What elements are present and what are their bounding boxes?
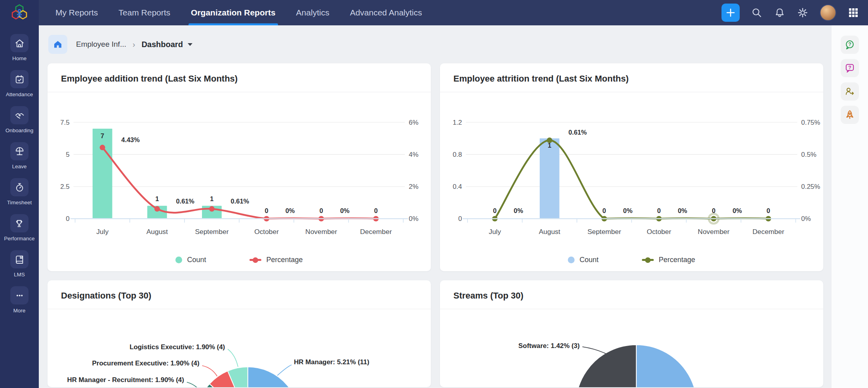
search-button[interactable] (751, 7, 763, 19)
breadcrumb-page-dropdown[interactable]: Dashboard (141, 40, 183, 49)
sidebar-label-attendance: Attendance (6, 91, 33, 97)
svg-text:October: October (254, 228, 279, 236)
svg-text:0: 0 (320, 207, 323, 214)
report-tabs: My Reports Team Reports Organization Rep… (55, 0, 422, 25)
breadcrumb-module[interactable]: Employee Inf... (76, 40, 126, 49)
app-logo[interactable] (0, 0, 39, 25)
svg-text:?: ? (848, 65, 851, 70)
line-marker-July[interactable] (100, 145, 105, 150)
referral-button[interactable] (841, 82, 859, 101)
svg-text:0: 0 (458, 215, 462, 223)
tab-team-reports[interactable]: Team Reports (118, 0, 170, 25)
chart-legend: Count Percentage (48, 256, 431, 264)
settings-button[interactable] (797, 7, 809, 19)
employee-attrition-chart[interactable]: 1.20.75%0.80.5%0.40.25%00%0100000%0.61%0… (440, 103, 823, 249)
tab-organization-reports[interactable]: Organization Reports (191, 0, 276, 25)
sidebar-item-home[interactable]: Home (10, 34, 29, 61)
navbar-actions (721, 4, 868, 22)
pie-label-HR Manager - Recruitment: HR Manager - Recruitment: 1.90% (4) (67, 376, 184, 384)
card-designations: Designations (Top 30) HR Manager: 5.21% … (48, 280, 431, 387)
rocket-icon (844, 109, 855, 120)
pie-slice-HR Manager[interactable] (248, 367, 299, 387)
divider (48, 92, 431, 92)
tab-advanced-analytics[interactable]: Advanced Analytics (350, 0, 422, 25)
bar-August[interactable] (540, 138, 560, 219)
pie-label-Software: Software: 1.42% (3) (518, 342, 580, 350)
pie-label-HR Manager: HR Manager: 5.21% (11) (294, 358, 369, 366)
line-marker-September[interactable] (209, 206, 215, 212)
svg-text:?: ? (848, 42, 851, 47)
svg-text:0: 0 (66, 215, 69, 223)
svg-text:December: December (360, 228, 392, 236)
svg-text:0: 0 (657, 207, 661, 214)
breadcrumb-separator: › (133, 40, 135, 49)
sidebar-item-leave[interactable]: Leave (10, 142, 29, 169)
sidebar-item-performance[interactable]: Performance (4, 214, 34, 242)
sidebar-item-lms[interactable]: LMS (10, 250, 29, 278)
card-employee-addition-trend: Employee addition trend (Last Six Months… (48, 63, 431, 271)
search-icon (751, 7, 762, 18)
apps-launcher-button[interactable] (847, 7, 859, 19)
svg-text:October: October (647, 228, 671, 236)
pie-slice-unlabeled[interactable] (636, 345, 697, 387)
svg-text:7: 7 (101, 132, 104, 139)
bar-July[interactable] (93, 129, 112, 219)
line-marker-August[interactable] (154, 206, 160, 212)
pie-slice-Software[interactable] (576, 345, 636, 387)
svg-text:1: 1 (548, 142, 551, 149)
legend-percentage[interactable]: Percentage (642, 256, 695, 264)
employee-addition-chart[interactable]: 7.56%54%2.52%00%7110004.43%0.61%0.61%0%0… (48, 103, 431, 249)
chevron-down-icon[interactable] (188, 43, 192, 46)
dashboard-grid: Employee addition trend (Last Six Months… (39, 63, 832, 387)
percentage-legend-swatch (249, 259, 261, 261)
svg-text:0%: 0% (409, 215, 418, 223)
legend-count[interactable]: Count (175, 256, 206, 264)
card-streams: Streams (Top 30) Software: 1.42% (3) (440, 280, 823, 387)
svg-text:December: December (752, 228, 784, 236)
svg-text:0.8: 0.8 (453, 151, 462, 158)
legend-count-label: Count (579, 256, 598, 264)
zoho-people-logo-icon (10, 3, 29, 22)
card-employee-attrition-trend: Employee attrition trend (Last Six Month… (440, 63, 823, 271)
pie-label-Procurement Executive: Procurement Executive: 1.90% (4) (92, 360, 200, 367)
designations-pie-chart[interactable]: HR Manager: 5.21% (11)Logistics Executiv… (48, 280, 431, 387)
legend-count[interactable]: Count (568, 256, 598, 264)
sidebar-item-more[interactable]: More (10, 286, 29, 314)
notifications-button[interactable] (774, 7, 786, 19)
stopwatch-icon (14, 182, 25, 193)
legend-count-label: Count (187, 256, 206, 264)
top-navbar: My Reports Team Reports Organization Rep… (0, 0, 868, 25)
home-breadcrumb-icon (53, 40, 63, 49)
tab-analytics[interactable]: Analytics (296, 0, 329, 25)
add-button[interactable] (721, 4, 740, 22)
breadcrumb-home-button[interactable] (48, 35, 67, 54)
svg-text:0: 0 (602, 207, 606, 214)
svg-text:July: July (96, 228, 108, 236)
user-avatar[interactable] (820, 4, 836, 21)
help-chat-button[interactable]: ? (841, 36, 859, 54)
streams-pie-chart[interactable]: Software: 1.42% (3) (440, 280, 823, 387)
svg-text:0: 0 (493, 207, 497, 214)
svg-text:1: 1 (210, 195, 213, 202)
svg-text:0.61%: 0.61% (176, 198, 194, 205)
pie-leader-line (187, 382, 202, 387)
svg-text:September: September (587, 228, 621, 236)
sidebar-item-attendance[interactable]: Attendance (6, 70, 33, 97)
svg-text:2%: 2% (409, 183, 418, 190)
breadcrumb: Employee Inf... › Dashboard (39, 25, 832, 63)
sidebar-item-timesheet[interactable]: Timesheet (7, 178, 32, 205)
sidebar-item-onboarding[interactable]: Onboarding (6, 106, 34, 133)
svg-text:0%: 0% (623, 207, 633, 214)
book-icon (14, 254, 25, 265)
whats-new-button[interactable] (841, 106, 859, 124)
percentage-legend-swatch (642, 259, 654, 261)
legend-percentage[interactable]: Percentage (249, 256, 303, 264)
svg-text:0.61%: 0.61% (568, 129, 587, 136)
svg-text:August: August (147, 228, 168, 236)
svg-text:0%: 0% (514, 207, 523, 214)
attendance-calendar-icon (14, 74, 25, 85)
tab-my-reports[interactable]: My Reports (55, 0, 98, 25)
faq-button[interactable]: ? (841, 59, 859, 77)
svg-text:0.4: 0.4 (453, 183, 462, 190)
pie-leader-line (202, 366, 217, 377)
